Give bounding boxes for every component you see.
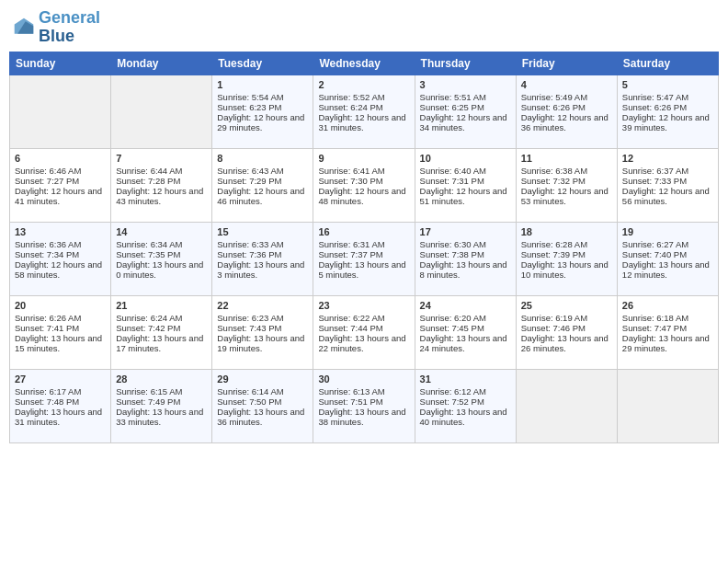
sunset-text: Sunset: 7:46 PM	[521, 323, 612, 333]
day-number: 26	[622, 300, 713, 311]
sunset-text: Sunset: 7:40 PM	[622, 249, 713, 259]
daylight-text: Daylight: 13 hours and 29 minutes.	[622, 333, 713, 353]
sunrise-text: Sunrise: 6:34 AM	[116, 239, 207, 249]
sunset-text: Sunset: 6:26 PM	[521, 102, 612, 112]
sunrise-text: Sunrise: 6:37 AM	[622, 166, 713, 176]
weekday-header: Monday	[111, 52, 212, 75]
daylight-text: Daylight: 13 hours and 19 minutes.	[217, 333, 308, 353]
weekday-row: SundayMondayTuesdayWednesdayThursdayFrid…	[10, 52, 719, 75]
calendar-cell: 13Sunrise: 6:36 AMSunset: 7:34 PMDayligh…	[10, 222, 111, 295]
sunrise-text: Sunrise: 6:41 AM	[318, 166, 409, 176]
calendar-cell: 18Sunrise: 6:28 AMSunset: 7:39 PMDayligh…	[516, 222, 617, 295]
sunset-text: Sunset: 7:28 PM	[116, 176, 207, 186]
calendar-cell: 4Sunrise: 5:49 AMSunset: 6:26 PMDaylight…	[516, 75, 617, 148]
sunrise-text: Sunrise: 6:44 AM	[116, 166, 207, 176]
weekday-header: Friday	[516, 52, 617, 75]
day-number: 8	[217, 153, 308, 164]
day-number: 18	[521, 226, 612, 237]
sunrise-text: Sunrise: 5:52 AM	[318, 92, 409, 102]
calendar-cell: 29Sunrise: 6:14 AMSunset: 7:50 PMDayligh…	[212, 369, 313, 442]
day-number: 19	[622, 226, 713, 237]
calendar-cell: 7Sunrise: 6:44 AMSunset: 7:28 PMDaylight…	[111, 148, 212, 222]
day-number: 4	[521, 79, 612, 90]
sunrise-text: Sunrise: 6:18 AM	[622, 313, 713, 323]
sunset-text: Sunset: 7:31 PM	[420, 176, 511, 186]
day-number: 11	[521, 153, 612, 164]
daylight-text: Daylight: 13 hours and 15 minutes.	[15, 333, 106, 353]
sunrise-text: Sunrise: 6:36 AM	[15, 239, 106, 249]
sunrise-text: Sunrise: 6:38 AM	[521, 166, 612, 176]
calendar-cell: 16Sunrise: 6:31 AMSunset: 7:37 PMDayligh…	[313, 222, 415, 295]
sunrise-text: Sunrise: 6:43 AM	[217, 166, 308, 176]
daylight-text: Daylight: 12 hours and 43 minutes.	[116, 186, 207, 206]
sunset-text: Sunset: 7:29 PM	[217, 176, 308, 186]
daylight-text: Daylight: 13 hours and 8 minutes.	[420, 259, 511, 280]
sunrise-text: Sunrise: 6:31 AM	[318, 239, 409, 249]
calendar-cell: 1Sunrise: 5:54 AMSunset: 6:23 PMDaylight…	[212, 75, 313, 148]
daylight-text: Daylight: 13 hours and 3 minutes.	[217, 259, 308, 280]
calendar-cell: 14Sunrise: 6:34 AMSunset: 7:35 PMDayligh…	[111, 222, 212, 295]
sunrise-text: Sunrise: 6:33 AM	[217, 239, 308, 249]
day-number: 25	[521, 300, 612, 311]
calendar-cell: 27Sunrise: 6:17 AMSunset: 7:48 PMDayligh…	[10, 369, 111, 442]
calendar-cell: 22Sunrise: 6:23 AMSunset: 7:43 PMDayligh…	[212, 295, 313, 369]
sunrise-text: Sunrise: 6:14 AM	[217, 386, 308, 396]
daylight-text: Daylight: 13 hours and 22 minutes.	[318, 333, 409, 353]
day-number: 22	[217, 300, 308, 311]
sunset-text: Sunset: 7:37 PM	[318, 249, 409, 259]
daylight-text: Daylight: 12 hours and 58 minutes.	[15, 259, 106, 280]
weekday-header: Sunday	[10, 52, 111, 75]
calendar-cell: 9Sunrise: 6:41 AMSunset: 7:30 PMDaylight…	[313, 148, 415, 222]
sunset-text: Sunset: 6:23 PM	[217, 102, 308, 112]
sunrise-text: Sunrise: 5:49 AM	[521, 92, 612, 102]
sunset-text: Sunset: 7:35 PM	[116, 249, 207, 259]
sunset-text: Sunset: 7:51 PM	[318, 396, 409, 407]
sunset-text: Sunset: 7:32 PM	[521, 176, 612, 186]
day-number: 24	[420, 300, 511, 311]
daylight-text: Daylight: 12 hours and 53 minutes.	[521, 186, 612, 206]
sunrise-text: Sunrise: 6:46 AM	[15, 166, 106, 176]
daylight-text: Daylight: 13 hours and 40 minutes.	[420, 407, 511, 427]
calendar-cell: 11Sunrise: 6:38 AMSunset: 7:32 PMDayligh…	[516, 148, 617, 222]
day-number: 10	[420, 153, 511, 164]
sunrise-text: Sunrise: 6:12 AM	[420, 386, 511, 396]
day-number: 15	[217, 226, 308, 237]
day-number: 28	[116, 373, 207, 385]
daylight-text: Daylight: 13 hours and 17 minutes.	[116, 333, 207, 353]
day-number: 20	[15, 300, 106, 311]
day-number: 27	[15, 373, 106, 385]
calendar-cell: 12Sunrise: 6:37 AMSunset: 7:33 PMDayligh…	[617, 148, 718, 222]
calendar-cell: 20Sunrise: 6:26 AMSunset: 7:41 PMDayligh…	[10, 295, 111, 369]
daylight-text: Daylight: 13 hours and 26 minutes.	[521, 333, 612, 353]
calendar-cell: 10Sunrise: 6:40 AMSunset: 7:31 PMDayligh…	[415, 148, 516, 222]
day-number: 14	[116, 226, 207, 237]
calendar-cell: 30Sunrise: 6:13 AMSunset: 7:51 PMDayligh…	[313, 369, 415, 442]
sunrise-text: Sunrise: 5:51 AM	[420, 92, 511, 102]
daylight-text: Daylight: 13 hours and 10 minutes.	[521, 259, 612, 280]
sunrise-text: Sunrise: 6:20 AM	[420, 313, 511, 323]
sunset-text: Sunset: 7:47 PM	[622, 323, 713, 333]
sunset-text: Sunset: 7:50 PM	[217, 396, 308, 407]
daylight-text: Daylight: 12 hours and 51 minutes.	[420, 186, 511, 206]
day-number: 17	[420, 226, 511, 237]
calendar-cell: 6Sunrise: 6:46 AMSunset: 7:27 PMDaylight…	[10, 148, 111, 222]
day-number: 3	[420, 79, 511, 90]
sunrise-text: Sunrise: 6:17 AM	[15, 386, 106, 396]
calendar-table: SundayMondayTuesdayWednesdayThursdayFrid…	[9, 52, 719, 443]
day-number: 12	[622, 153, 713, 164]
daylight-text: Daylight: 13 hours and 5 minutes.	[318, 259, 409, 280]
sunset-text: Sunset: 7:33 PM	[622, 176, 713, 186]
daylight-text: Daylight: 13 hours and 38 minutes.	[318, 407, 409, 427]
calendar-cell: 17Sunrise: 6:30 AMSunset: 7:38 PMDayligh…	[415, 222, 516, 295]
daylight-text: Daylight: 12 hours and 29 minutes.	[217, 112, 308, 132]
day-number: 29	[217, 373, 308, 385]
day-number: 23	[318, 300, 409, 311]
sunset-text: Sunset: 7:30 PM	[318, 176, 409, 186]
sunset-text: Sunset: 7:48 PM	[15, 396, 106, 407]
calendar-week-row: 6Sunrise: 6:46 AMSunset: 7:27 PMDaylight…	[10, 148, 719, 222]
calendar-cell: 2Sunrise: 5:52 AMSunset: 6:24 PMDaylight…	[313, 75, 415, 148]
sunrise-text: Sunrise: 6:22 AM	[318, 313, 409, 323]
daylight-text: Daylight: 12 hours and 46 minutes.	[217, 186, 308, 206]
daylight-text: Daylight: 12 hours and 31 minutes.	[318, 112, 409, 132]
calendar-cell	[617, 369, 718, 442]
